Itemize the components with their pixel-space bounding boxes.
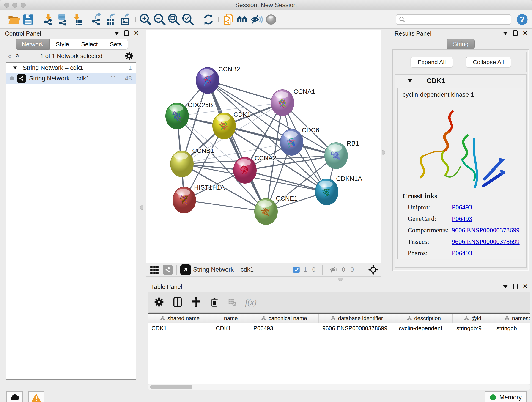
column-header-canonical-name[interactable]: canonical name [250,314,319,323]
close-panel-icon[interactable]: ✕ [523,284,528,289]
import-network-file-button[interactable] [41,12,56,27]
tab-sets[interactable]: Sets [104,39,128,50]
network-node-CCNA1[interactable]: CCNA1 [271,88,315,116]
horizontal-scrollbar[interactable] [148,384,530,390]
network-row-selected[interactable]: String Network – cdk1 11 48 [6,73,136,84]
add-column-icon[interactable] [191,297,201,307]
network-node-CCNB1[interactable]: CCNB1 [171,147,214,177]
hidden-eye-icon[interactable] [329,265,339,274]
gene-header[interactable]: CDK1 [395,75,526,86]
tab-network[interactable]: Network [16,39,50,50]
zoom-in-button[interactable] [138,12,152,27]
network-node-CDC25B[interactable]: CDC25B [166,101,213,129]
open-session-button[interactable] [7,12,21,27]
grid-view-icon[interactable] [149,265,159,275]
crosslink-link[interactable]: P06493 [452,204,472,211]
cloud-status-button[interactable] [6,391,23,402]
selected-checkbox-icon[interactable] [293,266,300,274]
network-node-CCNB2[interactable]: CCNB2 [196,65,240,94]
crosslink-link[interactable]: 9606.ENSP00000378699 [452,226,520,234]
tab-select[interactable]: Select [75,39,104,50]
refresh-view-button[interactable] [201,12,215,27]
network-view[interactable]: CCNB2CCNA1CDC25BCDK1CDC6RB1CCNB1CCNA2CDK… [146,30,381,263]
tab-style[interactable]: Style [50,39,75,50]
zoom-out-button[interactable] [152,12,167,27]
close-panel-icon[interactable]: ✕ [523,31,528,36]
status-bar: Memory [0,390,532,402]
horizontal-splitter-handle[interactable] [338,278,343,281]
close-panel-icon[interactable]: ✕ [134,31,139,36]
toolbar-separator [198,13,198,26]
float-panel-icon[interactable] [513,284,518,289]
table-row[interactable]: CDK1CDK1P064939606.ENSP00000378699cyclin… [148,323,530,333]
shared-column-icon [505,316,510,321]
network-node-HIST1H1A[interactable]: HIST1H1A [173,184,225,213]
string-results-box: Expand All Collapse All CDK1 cyclin-depe… [392,49,529,271]
collapse-all-button[interactable]: Collapse All [466,57,511,67]
network-list-toolbar: » » 1 of 1 Network selected [6,51,138,61]
main-toolbar: ? [0,10,532,29]
import-table-file-button[interactable] [70,12,84,27]
control-panel-tabs: Network Style Select Sets [16,39,128,50]
help-button[interactable]: ? [515,13,529,26]
search-input[interactable] [405,16,508,23]
table-settings-gear-icon[interactable] [154,297,164,307]
network-collection-row[interactable]: String Network – cdk1 1 [6,63,136,73]
crosshair-icon[interactable] [368,264,379,275]
panel-menu-icon[interactable] [503,285,508,288]
current-network-dot [10,76,14,80]
collapse-icon[interactable] [13,66,17,69]
network-node-CDKN1A[interactable]: CDKN1A [315,175,362,205]
panel-menu-icon[interactable] [503,32,508,35]
network-graph: CCNB2CCNA1CDC25BCDK1CDC6RB1CCNB1CCNA2CDK… [146,30,380,263]
scrollbar-thumb[interactable] [150,385,192,389]
panel-menu-icon[interactable] [114,32,119,35]
search-icon [399,16,405,23]
float-panel-icon[interactable] [513,31,518,36]
export-table-button[interactable] [104,12,118,27]
export-network-button[interactable] [90,12,104,27]
memory-button[interactable]: Memory [485,391,527,402]
expand-all-button[interactable]: Expand All [411,57,453,67]
crosslink-link[interactable]: P06493 [452,215,472,223]
column-header-shared-name[interactable]: shared name [148,314,212,323]
export-network-icon [90,13,104,26]
column-header-description[interactable]: description [395,314,453,323]
zoom-fit-button[interactable] [167,12,181,27]
network-node-RB1[interactable]: RB1 [325,140,359,169]
column-header-namespace[interactable]: namespace [493,314,530,323]
column-header-name[interactable]: name [212,314,250,323]
hide-selected-button[interactable] [250,12,264,27]
vertical-splitter-handle[interactable] [382,150,385,155]
import-network-database-button[interactable] [56,12,70,27]
network-node-CDK1[interactable]: CDK1 [213,111,251,139]
gear-icon[interactable] [125,51,134,61]
tab-string[interactable]: String [447,39,475,49]
export-image-button[interactable] [118,12,133,27]
crosslink-link[interactable]: 9606.ENSP00000378699 [452,238,520,245]
function-builder-icon-disabled: f(x) [245,297,257,307]
save-session-button[interactable] [21,12,35,27]
collapse-icon[interactable] [407,79,412,82]
float-panel-icon[interactable] [124,31,129,36]
show-all-button[interactable] [235,12,250,27]
vertical-splitter-handle[interactable] [140,205,143,210]
crosslink-link[interactable]: P06493 [452,249,472,257]
column-header-database-identifier[interactable]: database identifier [319,314,395,323]
network-node-CDC6[interactable]: CDC6 [280,127,319,155]
clone-network-button[interactable] [221,12,235,27]
column-label: description [414,315,441,322]
expand-all-icon[interactable]: » [13,54,21,57]
warning-status-button[interactable] [28,391,44,402]
refresh-icon [202,13,215,26]
delete-column-trash-icon[interactable] [209,297,220,307]
birds-eye-view-button[interactable] [180,264,191,275]
zoom-fit-icon [167,13,181,26]
network-view-type-icon[interactable] [163,265,173,275]
column-header--id[interactable]: @id [453,314,493,323]
inactive-tool-button[interactable] [264,12,278,27]
network-node-CCNA2[interactable]: CCNA2 [234,154,276,183]
search-field[interactable] [396,14,511,25]
zoom-selected-button[interactable] [181,12,195,27]
show-columns-icon[interactable] [172,297,183,307]
